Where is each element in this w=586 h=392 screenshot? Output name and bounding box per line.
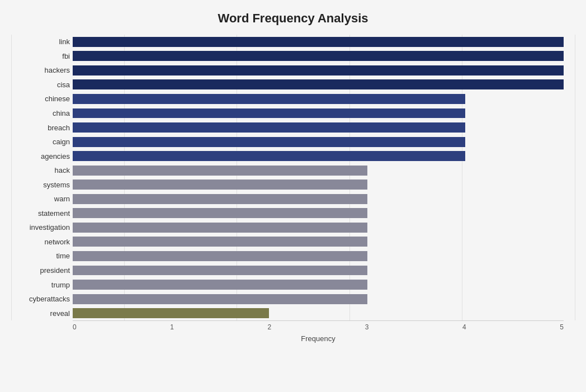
bar-row: cyberattacks — [73, 292, 564, 306]
bar — [73, 166, 367, 176]
bar-row: chinese — [73, 92, 564, 106]
bar-background — [73, 294, 564, 304]
bar-row: hack — [73, 163, 564, 178]
bar-row: reveal — [73, 306, 564, 320]
bar-row: president — [73, 263, 564, 278]
x-tick: 1 — [170, 323, 174, 331]
bar-background — [73, 208, 564, 218]
bar — [73, 37, 564, 47]
bar — [73, 294, 367, 304]
bar-background — [73, 166, 564, 176]
bar-label: hackers — [11, 66, 70, 74]
bars-section: linkfbihackerscisachinesechinabreachcaig… — [11, 35, 575, 348]
bar-background — [73, 180, 564, 190]
bar-label: trump — [11, 281, 70, 289]
bar-row: investigation — [73, 220, 564, 235]
bar-label: link — [11, 37, 70, 46]
bar-background — [73, 108, 564, 119]
bar-row: statement — [73, 206, 564, 221]
bar — [73, 308, 269, 318]
bar-row: trump — [73, 277, 564, 292]
bar — [73, 79, 564, 89]
x-tick: 3 — [365, 323, 369, 331]
bar-label: cyberattacks — [11, 295, 70, 303]
bar-background — [73, 151, 564, 161]
bar-label: breach — [11, 124, 70, 132]
bar-row: systems — [73, 177, 564, 192]
bar-label: reveal — [11, 309, 70, 318]
bar-row: link — [73, 35, 564, 49]
bar-label: president — [11, 266, 70, 275]
grid-line — [575, 35, 575, 320]
bar-label: investigation — [11, 223, 70, 232]
bar — [73, 51, 564, 61]
bar-label: caign — [11, 138, 70, 146]
bar — [73, 122, 465, 133]
x-tick: 0 — [73, 323, 77, 331]
bar-row: china — [73, 106, 564, 121]
bar-label: warn — [11, 195, 70, 203]
bar — [73, 151, 465, 161]
bar-row: caign — [73, 135, 564, 149]
bar — [73, 251, 367, 261]
bar-row: breach — [73, 120, 564, 135]
bar-background — [73, 37, 564, 47]
bar-row: cisa — [73, 78, 564, 92]
bar — [73, 280, 367, 290]
bar-label: fbi — [11, 52, 70, 60]
bar-background — [73, 223, 564, 233]
bar — [73, 194, 367, 204]
bar-row: time — [73, 249, 564, 263]
bar — [73, 94, 465, 104]
x-axis-label: Frequency — [73, 334, 564, 343]
bar-label: statement — [11, 209, 70, 218]
bar-label: china — [11, 109, 70, 117]
bar-background — [73, 79, 564, 89]
bar-background — [73, 65, 564, 75]
bar — [73, 266, 367, 276]
bar-label: network — [11, 238, 70, 246]
bar-background — [73, 308, 564, 318]
bar — [73, 223, 367, 233]
chart-title: Word Frequency Analysis — [11, 11, 575, 26]
bar — [73, 180, 367, 190]
bar — [73, 208, 367, 218]
bar-row: hackers — [73, 63, 564, 78]
bar-background — [73, 251, 564, 261]
bar-background — [73, 122, 564, 133]
bar — [73, 237, 367, 247]
bar-row: network — [73, 235, 564, 249]
bar-label: time — [11, 252, 70, 260]
bar-label: hack — [11, 166, 70, 174]
bar — [73, 65, 564, 75]
chart-area: linkfbihackerscisachinesechinabreachcaig… — [11, 35, 575, 348]
bar-background — [73, 266, 564, 276]
chart-container: Word Frequency Analysis linkfbihackersci… — [0, 0, 586, 392]
bar-background — [73, 51, 564, 61]
bar-label: cisa — [11, 81, 70, 89]
x-axis: 012345 Frequency — [73, 320, 564, 348]
bar-background — [73, 137, 564, 147]
bar-label: agencies — [11, 152, 70, 160]
grid-line — [11, 35, 12, 320]
bar-row: warn — [73, 192, 564, 206]
bar-background — [73, 94, 564, 104]
bar-background — [73, 237, 564, 247]
bar — [73, 108, 465, 119]
bar-row: agencies — [73, 149, 564, 163]
bar-label: chinese — [11, 95, 70, 103]
bar — [73, 137, 465, 147]
x-axis-ticks: 012345 — [73, 321, 564, 331]
x-tick: 5 — [560, 323, 564, 331]
bar-background — [73, 280, 564, 290]
x-tick: 2 — [268, 323, 272, 331]
x-tick: 4 — [462, 323, 466, 331]
bar-label: systems — [11, 181, 70, 189]
bar-background — [73, 194, 564, 204]
bar-row: fbi — [73, 49, 564, 64]
